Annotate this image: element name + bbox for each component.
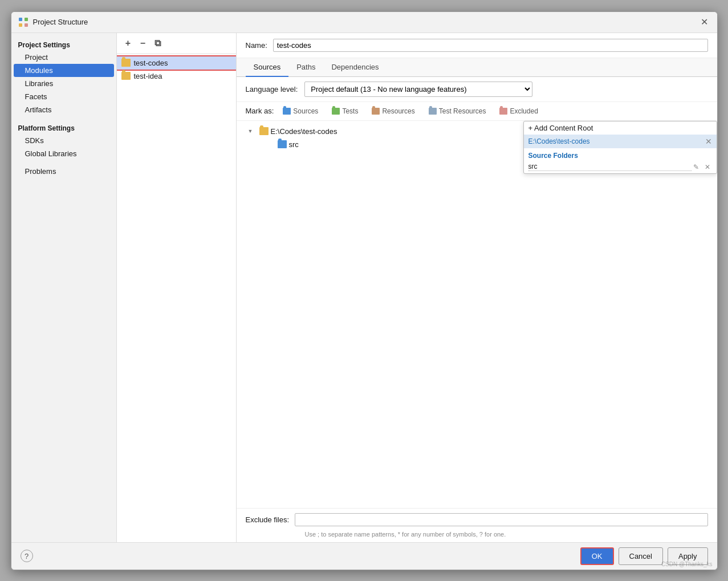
title-bar: Project Structure ✕ — [11, 12, 717, 33]
panel-close-button[interactable]: ✕ — [705, 137, 712, 146]
mark-excluded-button[interactable]: Excluded — [495, 105, 542, 117]
tree-area: ▼ E:\Codes\test-codes ⚙ src + Add Conten… — [237, 121, 717, 508]
copy-module-button[interactable]: ⧉ — [151, 36, 165, 50]
sidebar-item-global-libraries[interactable]: Global Libraries — [11, 147, 116, 160]
mark-sources-label: Sources — [293, 107, 318, 115]
project-settings-header: Project Settings — [11, 38, 116, 51]
floating-panel-header: + Add Content Root — [524, 121, 717, 135]
name-input[interactable] — [273, 39, 708, 52]
module-name-test-idea: test-idea — [134, 72, 162, 80]
module-item-test-codes[interactable]: test-codes — [117, 56, 236, 70]
tab-paths[interactable]: Paths — [288, 58, 323, 77]
tests-folder-icon — [332, 108, 340, 115]
exclude-row: Exclude files: — [237, 508, 717, 531]
options-row: Language level: Project default (13 - No… — [237, 77, 717, 102]
content-area: Project Settings Project Modules Librari… — [11, 33, 717, 542]
main-pane: Name: Sources Paths Dependencies Languag… — [237, 33, 717, 542]
exclude-label: Exclude files: — [246, 515, 290, 524]
module-folder-icon-test-idea — [121, 72, 131, 80]
footer-left: ? — [21, 550, 33, 562]
sources-folder-icon — [283, 108, 291, 115]
title-bar-left: Project Structure — [18, 17, 88, 27]
mark-resources-label: Resources — [382, 107, 414, 115]
platform-settings-header: Platform Settings — [11, 121, 116, 134]
sidebar-item-facets[interactable]: Facets — [11, 90, 116, 103]
root-folder-icon — [259, 127, 269, 135]
module-name-test-codes: test-codes — [134, 59, 168, 67]
mark-tests-button[interactable]: Tests — [327, 105, 363, 117]
collapse-arrow: ▼ — [248, 128, 257, 134]
add-module-button[interactable]: + — [121, 36, 135, 50]
sidebar: Project Settings Project Modules Librari… — [11, 33, 117, 542]
floating-panel: + Add Content Root E:\Codes\test-codes ✕… — [523, 121, 717, 174]
add-content-root-button[interactable]: + Add Content Root — [528, 124, 593, 132]
panel-edit-button[interactable]: ✎ — [692, 162, 701, 172]
svg-rect-3 — [25, 23, 28, 27]
panel-path-row: E:\Codes\test-codes ✕ — [524, 135, 717, 148]
module-pane: + − ⧉ test-codes test-idea — [117, 33, 237, 542]
mark-sources-button[interactable]: Sources — [278, 105, 323, 117]
structure-icon — [18, 17, 29, 27]
mark-test-resources-button[interactable]: Test Resources — [424, 105, 491, 117]
module-list: test-codes test-idea — [117, 54, 236, 542]
excluded-folder-icon — [499, 108, 507, 115]
module-folder-icon-test-codes — [121, 59, 131, 67]
sidebar-item-project[interactable]: Project — [11, 51, 116, 64]
test-resources-folder-icon — [429, 108, 437, 115]
sidebar-divider-2 — [11, 160, 116, 165]
module-item-test-idea[interactable]: test-idea — [117, 70, 236, 83]
exclude-hint: Use ; to separate name patterns, * for a… — [237, 531, 717, 542]
close-button[interactable]: ✕ — [699, 17, 710, 28]
ok-button[interactable]: OK — [580, 547, 614, 565]
name-label: Name: — [246, 41, 267, 50]
module-toolbar: + − ⧉ — [117, 33, 236, 54]
mark-resources-button[interactable]: Resources — [367, 105, 419, 117]
panel-src-name: src — [528, 162, 692, 171]
language-level-label: Language level: — [246, 85, 298, 94]
panel-src-item: src ✎ ✕ — [524, 161, 717, 173]
dialog-title: Project Structure — [33, 18, 88, 26]
panel-remove-button[interactable]: ✕ — [703, 162, 712, 172]
help-button[interactable]: ? — [21, 550, 33, 562]
panel-path-text: E:\Codes\test-codes — [528, 137, 590, 145]
remove-module-button[interactable]: − — [136, 36, 150, 50]
sidebar-item-modules[interactable]: Modules — [14, 64, 114, 77]
mark-excluded-label: Excluded — [510, 107, 538, 115]
mark-test-resources-label: Test Resources — [439, 107, 486, 115]
tab-sources[interactable]: Sources — [246, 58, 289, 77]
svg-rect-2 — [19, 23, 22, 27]
mark-tests-label: Tests — [342, 107, 358, 115]
name-row: Name: — [237, 33, 717, 58]
tabs-row: Sources Paths Dependencies — [237, 58, 717, 77]
panel-folder-actions: ✎ ✕ — [692, 162, 712, 172]
sidebar-item-artifacts[interactable]: Artifacts — [11, 103, 116, 116]
src-folder-name: src — [289, 140, 299, 149]
tab-dependencies[interactable]: Dependencies — [323, 58, 387, 77]
sidebar-item-problems[interactable]: Problems — [11, 165, 116, 178]
root-folder-path: E:\Codes\test-codes — [271, 127, 337, 136]
mark-as-row: Mark as: Sources Tests Resources Test Re… — [237, 102, 717, 121]
project-structure-dialog: Project Structure ✕ Project Settings Pro… — [11, 11, 718, 570]
mark-as-label: Mark as: — [246, 107, 274, 115]
svg-rect-1 — [25, 18, 28, 21]
language-level-select[interactable]: Project default (13 - No new language fe… — [304, 82, 532, 97]
src-folder-icon — [278, 140, 287, 148]
exclude-input[interactable] — [295, 513, 707, 526]
cancel-button[interactable]: Cancel — [619, 547, 663, 565]
svg-rect-0 — [19, 18, 22, 21]
watermark: CSDN @Thanks_ks — [661, 561, 713, 567]
resources-folder-icon — [372, 108, 380, 115]
sidebar-divider-1 — [11, 116, 116, 121]
sidebar-item-libraries[interactable]: Libraries — [11, 77, 116, 90]
footer: ? OK Cancel Apply — [11, 542, 717, 570]
sidebar-item-sdks[interactable]: SDKs — [11, 134, 116, 147]
source-folders-title: Source Folders — [524, 148, 717, 161]
